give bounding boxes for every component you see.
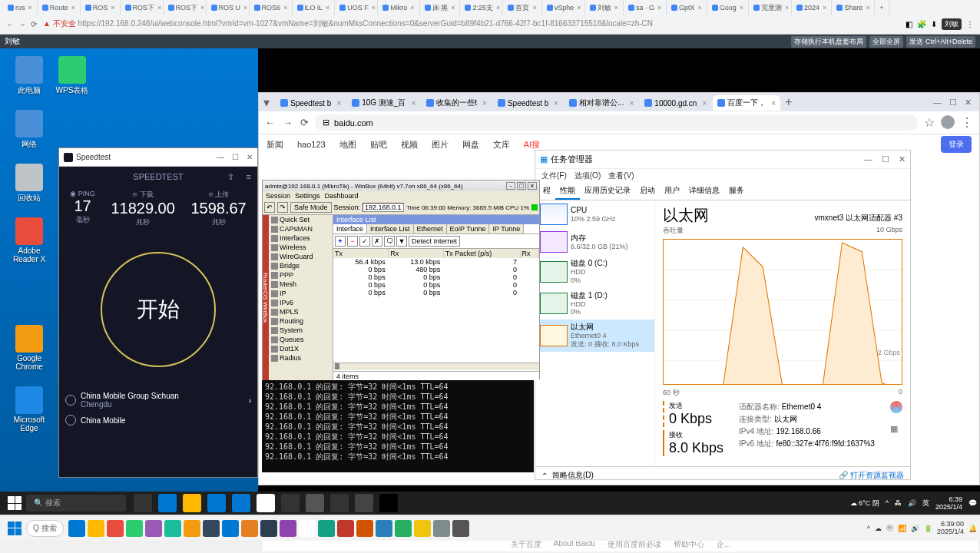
menu-item[interactable]: Dashboard xyxy=(325,192,359,200)
browser-tab[interactable]: 刘敏× xyxy=(585,0,624,15)
taskbar-app-icon[interactable] xyxy=(107,520,124,537)
ime-indicator[interactable]: 英 xyxy=(922,498,929,508)
start-button[interactable] xyxy=(8,522,22,535)
url-field[interactable]: ▲ 不安全 https://192.168.0.248/ui/webconsol… xyxy=(43,18,899,29)
share-icon[interactable]: ⇪ xyxy=(227,172,234,182)
minimize-icon[interactable]: — xyxy=(864,154,872,164)
baidu-nav-link[interactable]: 地图 xyxy=(339,139,356,151)
chrome-tab[interactable]: 10000.gd.cn× xyxy=(640,95,711,111)
baidu-nav-link[interactable]: 新闻 xyxy=(267,139,283,151)
close-icon[interactable]: × xyxy=(528,182,537,190)
taskbar-app-icon[interactable] xyxy=(433,520,450,537)
reload-icon[interactable]: ⟳ xyxy=(31,20,37,28)
browser-tab[interactable]: ROS× xyxy=(81,0,121,15)
browser-tab[interactable]: ros× xyxy=(3,0,38,15)
disable-icon[interactable]: ✗ xyxy=(372,236,382,247)
tab[interactable]: 详细信息 xyxy=(684,183,724,200)
clock[interactable]: 6:39:002025/1/4 xyxy=(937,521,964,536)
browser-tab[interactable]: ROS下× xyxy=(164,0,207,15)
taskmgr-titlebar[interactable]: ▦ 任务管理器 —☐✕ xyxy=(535,151,910,169)
maximize-icon[interactable]: ☐ xyxy=(949,98,957,108)
taskbar-app-icon[interactable] xyxy=(299,520,316,537)
browser-tab[interactable]: ROS U× xyxy=(207,0,250,15)
tray-chevron-icon[interactable]: ^ xyxy=(886,499,889,507)
perf-item-mem[interactable]: 内存6.6/32.0 GB (21%) xyxy=(535,228,654,256)
sidebar-item[interactable]: Wireless xyxy=(269,243,333,252)
footer-link[interactable]: 企... xyxy=(717,539,730,550)
chrome-icon[interactable] xyxy=(257,494,275,512)
tab[interactable]: Interface xyxy=(333,224,367,233)
chrome-tab[interactable]: Speedtest b× xyxy=(493,95,563,111)
taskview-icon[interactable] xyxy=(134,494,152,512)
search-box[interactable]: 🔍 搜索 xyxy=(26,495,126,512)
menu-item[interactable]: 选项(O) xyxy=(574,171,601,181)
site-info-icon[interactable]: ⊟ xyxy=(323,118,329,127)
tab-search-icon[interactable]: ▾ xyxy=(259,95,274,110)
download-icon[interactable]: ⬇ xyxy=(931,20,937,28)
wifi-icon[interactable]: 📶 xyxy=(898,525,906,532)
baidu-nav-link[interactable]: AI搜 xyxy=(524,139,540,151)
menu-icon[interactable]: ⋮ xyxy=(961,115,973,130)
browser-tab[interactable]: sa · G× xyxy=(624,0,667,15)
vsphere-button[interactable]: 存储执行本机盘套布局 xyxy=(791,36,866,48)
browser-tab[interactable]: Route× xyxy=(38,0,81,15)
browser-tab[interactable]: Mikro× xyxy=(378,0,419,15)
detect-internet-button[interactable]: Detect Internet xyxy=(409,236,460,247)
desktop-icon[interactable]: 此电脑 xyxy=(8,56,51,96)
undo-icon[interactable]: ↶ xyxy=(264,202,275,213)
close-icon[interactable]: ✕ xyxy=(899,154,906,164)
tab[interactable]: Ethernet xyxy=(414,224,447,233)
profile-badge[interactable]: 刘敏 xyxy=(942,18,962,30)
browser-tab[interactable]: 床·黑× xyxy=(420,0,461,15)
footer-link[interactable]: 帮助中心 xyxy=(674,539,704,550)
chrome-tab[interactable]: 10G 测速_百× xyxy=(347,95,420,111)
sidebar-item[interactable]: Dot1X xyxy=(269,344,333,353)
footer-link[interactable]: 关于百度 xyxy=(511,539,541,550)
browser-tab[interactable]: vSphe× xyxy=(542,0,585,15)
volume-icon[interactable]: 🔊 xyxy=(908,499,916,507)
battery-icon[interactable]: 🔋 xyxy=(924,525,932,532)
table-row[interactable]: 0 bps0 bps0 xyxy=(333,289,539,296)
taskbar-app-icon[interactable] xyxy=(68,520,85,537)
extension-icon[interactable]: 🧩 xyxy=(917,20,926,28)
minimize-icon[interactable]: - xyxy=(506,182,515,190)
maximize-icon[interactable]: □ xyxy=(517,182,526,190)
desktop-icon[interactable]: Adobe Reader X xyxy=(8,217,51,263)
profile-icon[interactable] xyxy=(941,115,955,129)
footer-link[interactable]: 使用百度前必读 xyxy=(608,539,661,550)
sidebar-item[interactable]: Mesh xyxy=(269,280,333,289)
speedtest-titlebar[interactable]: Speedtest — ☐ ✕ xyxy=(59,148,257,167)
menu-icon[interactable]: ≡ xyxy=(247,172,251,181)
reload-icon[interactable]: ⟳ xyxy=(300,117,309,128)
inner-url-field[interactable]: ⊟ baidu.com xyxy=(315,114,918,131)
tab[interactable]: 服务 xyxy=(724,183,749,200)
baidu-nav-link[interactable]: hao123 xyxy=(297,140,326,149)
taskbar-app-icon[interactable] xyxy=(452,520,469,537)
taskbar-app-icon[interactable] xyxy=(145,520,162,537)
menu-item[interactable]: Session xyxy=(266,192,290,200)
desktop-icon[interactable]: Microsoft Edge xyxy=(8,386,51,432)
scroll-left-icon[interactable] xyxy=(335,363,339,369)
new-tab-icon[interactable]: + xyxy=(780,95,796,109)
resource-monitor-link[interactable]: 🔗 打开资源监视器 xyxy=(839,470,904,481)
chrome-tab[interactable]: 相对靠谱公...× xyxy=(564,95,638,111)
sidebar-item[interactable]: WireGuard xyxy=(269,252,333,261)
tab[interactable]: 应用历史记录 xyxy=(580,183,635,200)
qr-icon[interactable]: ▦ xyxy=(890,424,902,434)
browser-tab[interactable]: ROS下× xyxy=(121,0,164,15)
baidu-nav-link[interactable]: 网盘 xyxy=(462,139,479,151)
baidu-nav-link[interactable]: 文库 xyxy=(493,139,510,151)
start-button[interactable] xyxy=(8,496,22,510)
taskbar-app-icon[interactable] xyxy=(260,520,277,537)
winbox-titlebar[interactable]: admin@192.168.0.1 (MikroTik) - WinBox (6… xyxy=(263,180,539,191)
baidu-nav-link[interactable]: 贴吧 xyxy=(370,139,387,151)
tab[interactable]: EoIP Tunne xyxy=(447,224,490,233)
close-icon[interactable]: ✕ xyxy=(965,98,972,108)
search-box[interactable]: Q 搜索 xyxy=(26,520,64,537)
taskbar-app-icon[interactable] xyxy=(376,520,392,537)
forward-icon[interactable]: → xyxy=(18,20,26,28)
bookmark-icon[interactable]: ☆ xyxy=(924,115,935,130)
back-icon[interactable]: ← xyxy=(265,117,275,128)
menu-item[interactable]: Settings xyxy=(295,192,320,200)
desktop-icon[interactable]: 回收站 xyxy=(8,164,51,204)
